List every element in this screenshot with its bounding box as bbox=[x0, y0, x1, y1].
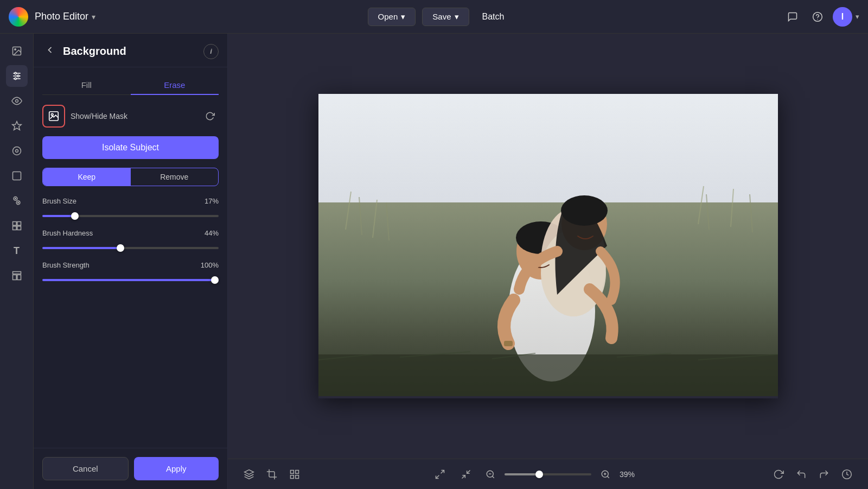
panel-back-button[interactable] bbox=[42, 42, 58, 60]
history-icon bbox=[841, 469, 852, 480]
zoom-in-button[interactable] bbox=[597, 466, 614, 483]
reset-view-button[interactable] bbox=[768, 464, 789, 485]
redo-icon bbox=[819, 469, 829, 480]
tab-erase[interactable]: Erase bbox=[131, 76, 219, 95]
remove-button[interactable]: Remove bbox=[131, 168, 219, 186]
sidebar-btn-adjust[interactable] bbox=[6, 65, 28, 87]
keep-button[interactable]: Keep bbox=[43, 168, 131, 186]
panel-info-button[interactable]: i bbox=[203, 44, 219, 59]
save-chevron-icon: ▾ bbox=[455, 12, 459, 22]
sidebar-btn-retouch[interactable] bbox=[6, 140, 28, 162]
avatar-chevron-icon[interactable]: ▾ bbox=[856, 12, 859, 21]
brush-strength-slider-container bbox=[42, 274, 219, 283]
comment-button[interactable] bbox=[783, 7, 802, 27]
svg-rect-22 bbox=[12, 272, 21, 274]
svg-line-58 bbox=[467, 470, 470, 473]
adjust-icon bbox=[11, 71, 22, 81]
svg-point-43 bbox=[561, 195, 608, 226]
layers-button[interactable] bbox=[239, 464, 259, 485]
brush-strength-value: 100% bbox=[201, 261, 219, 269]
brush-size-value: 17% bbox=[205, 197, 219, 205]
sidebar-btn-effects[interactable] bbox=[6, 215, 28, 237]
sidebar-btn-group[interactable] bbox=[6, 190, 28, 212]
svg-point-0 bbox=[813, 12, 822, 21]
comment-icon bbox=[787, 11, 798, 22]
crop-button[interactable] bbox=[261, 464, 282, 485]
remove-label: Remove bbox=[160, 173, 188, 181]
brush-hardness-label: Brush Hardness bbox=[42, 229, 93, 237]
brush-hardness-slider[interactable] bbox=[42, 247, 219, 249]
fullscreen-icon bbox=[435, 469, 445, 480]
crop-bottom-icon bbox=[266, 469, 277, 480]
svg-rect-21 bbox=[17, 226, 21, 230]
svg-rect-55 bbox=[291, 475, 294, 478]
undo-icon bbox=[796, 469, 807, 480]
isolate-label: Isolate Subject bbox=[102, 143, 159, 152]
svg-rect-54 bbox=[296, 475, 299, 478]
fullscreen-button[interactable] bbox=[430, 464, 450, 485]
save-button[interactable]: Save ▾ bbox=[422, 8, 469, 26]
mask-refresh-button[interactable] bbox=[201, 107, 219, 125]
history-button[interactable] bbox=[837, 464, 857, 485]
bottom-left-tools bbox=[239, 464, 305, 485]
app-title-button[interactable]: Photo Editor ▾ bbox=[35, 11, 95, 22]
zoom-percent: 39% bbox=[620, 470, 643, 479]
zoom-slider-thumb[interactable] bbox=[535, 471, 543, 478]
sidebar-btn-template[interactable] bbox=[6, 265, 28, 287]
svg-point-11 bbox=[12, 147, 21, 155]
cancel-label: Cancel bbox=[73, 464, 98, 473]
gallery-icon bbox=[11, 46, 22, 56]
effects-icon bbox=[11, 220, 22, 231]
brush-strength-row: Brush Strength 100% bbox=[42, 261, 219, 283]
help-button[interactable] bbox=[808, 7, 827, 27]
layers-icon bbox=[244, 469, 254, 480]
open-button[interactable]: Open ▾ bbox=[368, 8, 416, 26]
brush-size-slider[interactable] bbox=[42, 215, 219, 217]
mask-row: Show/Hide Mask bbox=[42, 105, 219, 128]
bottom-center-controls: 39% bbox=[305, 464, 768, 485]
eye-icon bbox=[11, 96, 22, 106]
zoom-out-button[interactable] bbox=[482, 466, 499, 483]
bottom-right-tools bbox=[768, 464, 857, 485]
batch-button[interactable]: Batch bbox=[476, 8, 511, 26]
app-title-label: Photo Editor bbox=[35, 11, 88, 22]
svg-line-66 bbox=[607, 476, 609, 478]
batch-label: Batch bbox=[482, 12, 505, 21]
fit-button[interactable] bbox=[456, 464, 476, 485]
sidebar-btn-magic[interactable] bbox=[6, 115, 28, 137]
avatar-label: I bbox=[841, 12, 844, 22]
svg-rect-45 bbox=[318, 354, 778, 396]
keep-remove-toggle: Keep Remove bbox=[42, 168, 219, 186]
brush-strength-slider[interactable] bbox=[42, 279, 219, 281]
group-icon bbox=[11, 195, 22, 206]
brush-size-row: Brush Size 17% bbox=[42, 197, 219, 219]
mask-icon-box bbox=[42, 105, 65, 128]
svg-rect-52 bbox=[291, 470, 294, 473]
apply-button[interactable]: Apply bbox=[134, 457, 219, 480]
retouch-icon bbox=[11, 145, 22, 156]
cancel-button[interactable]: Cancel bbox=[42, 457, 129, 480]
svg-rect-24 bbox=[17, 275, 21, 280]
brush-size-slider-container bbox=[42, 209, 219, 219]
panel-body: Fill Erase Show/Hide Mask Isolate Subjec… bbox=[34, 67, 227, 448]
grid-button[interactable] bbox=[284, 464, 305, 485]
mask-label: Show/Hide Mask bbox=[71, 112, 196, 120]
redo-button[interactable] bbox=[814, 464, 834, 485]
topbar-right: I ▾ bbox=[783, 7, 859, 27]
sidebar-btn-crop[interactable] bbox=[6, 165, 28, 187]
action-row: Cancel Apply bbox=[34, 448, 227, 489]
svg-point-26 bbox=[51, 113, 53, 116]
open-chevron-icon: ▾ bbox=[401, 12, 405, 22]
undo-button[interactable] bbox=[791, 464, 812, 485]
sidebar-btn-text[interactable]: T bbox=[6, 240, 28, 262]
open-label: Open bbox=[378, 12, 398, 21]
isolate-subject-button[interactable]: Isolate Subject bbox=[42, 136, 219, 159]
sidebar-btn-gallery[interactable] bbox=[6, 40, 28, 62]
photo-frame bbox=[318, 94, 778, 398]
tab-fill[interactable]: Fill bbox=[42, 76, 131, 95]
sidebar-btn-eye[interactable] bbox=[6, 90, 28, 112]
icon-sidebar: T bbox=[0, 34, 34, 489]
canvas-area: 39% bbox=[228, 34, 868, 489]
app-logo bbox=[9, 7, 28, 27]
user-avatar[interactable]: I bbox=[833, 7, 852, 27]
